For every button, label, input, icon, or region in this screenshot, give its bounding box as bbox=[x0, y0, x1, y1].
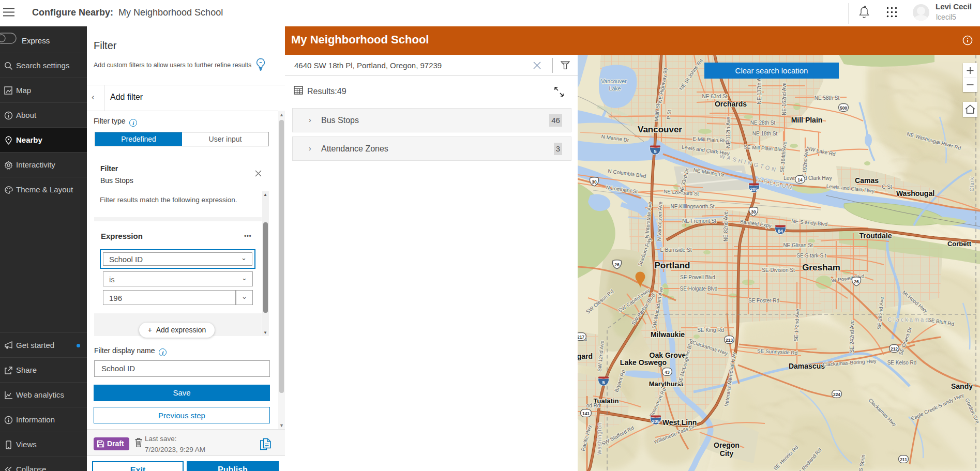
svg-text:SE 242nd Ave: SE 242nd Ave bbox=[849, 320, 855, 353]
svg-text:SE Division St: SE Division St bbox=[762, 267, 795, 273]
svg-text:SE Kelso Rd: SE Kelso Rd bbox=[887, 360, 917, 366]
svg-text:30: 30 bbox=[592, 179, 597, 185]
svg-text:Washington: Washington bbox=[597, 422, 602, 454]
svg-text:Washougal: Washougal bbox=[896, 189, 934, 197]
svg-text:212: 212 bbox=[891, 346, 898, 352]
svg-text:NE 82nd Ave: NE 82nd Ave bbox=[723, 211, 729, 241]
svg-text:Milwaukie: Milwaukie bbox=[651, 330, 685, 339]
svg-text:Troutdale: Troutdale bbox=[859, 232, 892, 240]
svg-text:26: 26 bbox=[614, 262, 620, 267]
svg-text:Oregon: Oregon bbox=[714, 441, 740, 449]
svg-text:NE 112th Ave: NE 112th Ave bbox=[726, 116, 731, 148]
svg-text:igard: igard bbox=[578, 352, 593, 360]
svg-text:205: 205 bbox=[652, 419, 659, 424]
svg-text:P St: P St bbox=[666, 110, 672, 120]
svg-text:26: 26 bbox=[854, 279, 859, 284]
svg-text:SE S tark S t: SE S tark S t bbox=[796, 253, 826, 259]
svg-text:Lake: Lake bbox=[609, 85, 621, 92]
svg-text:Corbett: Corbett bbox=[947, 240, 972, 248]
svg-text:500: 500 bbox=[840, 105, 847, 111]
svg-text:Vancouver: Vancouver bbox=[601, 78, 627, 84]
svg-text:SE King Rd: SE King Rd bbox=[697, 327, 724, 333]
svg-text:30: 30 bbox=[751, 209, 756, 215]
svg-text:213: 213 bbox=[726, 338, 733, 343]
svg-text:C St: C St bbox=[882, 184, 892, 190]
svg-text:5: 5 bbox=[654, 149, 656, 154]
svg-text:Mill Plain: Mill Plain bbox=[791, 116, 823, 124]
svg-text:NE 162nd Ave: NE 162nd Ave bbox=[781, 82, 787, 115]
svg-text:Lewis and Clark Hwy: Lewis and Clark Hwy bbox=[783, 175, 832, 181]
svg-text:205: 205 bbox=[750, 187, 758, 192]
svg-text:NE Glisan St: NE Glisan St bbox=[783, 242, 812, 248]
svg-text:84: 84 bbox=[778, 229, 783, 234]
svg-text:Damascus: Damascus bbox=[789, 362, 825, 370]
svg-text:Lake Oswego: Lake Oswego bbox=[620, 358, 667, 367]
svg-text:NE Fremont St: NE Fremont St bbox=[682, 218, 716, 224]
svg-text:City: City bbox=[720, 449, 734, 458]
svg-text:SE Powell Blvd: SE Powell Blvd bbox=[680, 275, 715, 280]
svg-text:NE 18th St: NE 18th St bbox=[752, 131, 778, 136]
svg-text:224: 224 bbox=[833, 392, 840, 397]
svg-text:43: 43 bbox=[665, 370, 670, 375]
svg-text:211: 211 bbox=[900, 457, 907, 462]
svg-text:Camas: Camas bbox=[855, 176, 879, 185]
svg-text:SE Holgate Blvd: SE Holgate Blvd bbox=[680, 286, 718, 292]
svg-text:Sandy: Sandy bbox=[951, 382, 973, 390]
svg-text:E Burnside St: E Burnside St bbox=[660, 247, 691, 253]
svg-text:Gresham: Gresham bbox=[802, 263, 840, 272]
svg-text:141: 141 bbox=[582, 411, 590, 416]
svg-text:SE Foster Rd: SE Foster Rd bbox=[748, 298, 779, 303]
svg-text:5: 5 bbox=[602, 380, 605, 385]
svg-text:14: 14 bbox=[797, 177, 803, 183]
svg-text:217: 217 bbox=[578, 335, 584, 340]
svg-text:Orchards: Orchards bbox=[715, 100, 747, 108]
svg-text:NE 28th St: NE 28th St bbox=[750, 120, 776, 126]
svg-text:Clackamas: Clackamas bbox=[887, 316, 929, 323]
svg-text:NE Killingsworth St: NE Killingsworth St bbox=[670, 204, 714, 209]
svg-text:Clark: Clark bbox=[969, 177, 975, 191]
svg-text:Vancouver: Vancouver bbox=[638, 125, 682, 134]
svg-text:Portland: Portland bbox=[655, 261, 690, 270]
svg-text:od Rd: od Rd bbox=[586, 403, 600, 408]
svg-text:NE 63rd St: NE 63rd St bbox=[702, 94, 728, 99]
svg-text:NE 58th St: NE 58th St bbox=[815, 95, 840, 101]
